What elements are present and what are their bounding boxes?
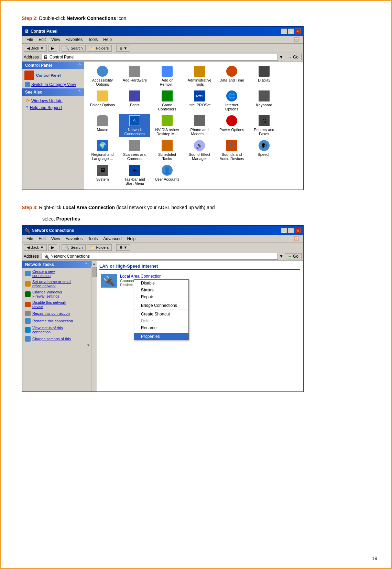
icon-mouse[interactable]: Mouse — [87, 114, 118, 137]
net-task-viewstatus[interactable]: View status of thisconnection — [22, 325, 91, 335]
net-scrollbar[interactable]: ▲ — [91, 261, 97, 391]
icon-display[interactable]: Display — [249, 64, 280, 88]
switch-category-link[interactable]: Switch to Category View — [22, 82, 84, 88]
ctx-disable[interactable]: Disable — [134, 280, 188, 287]
menu-view[interactable]: View — [48, 36, 63, 43]
icon-printers[interactable]: 🖨 Printers andFaxes — [249, 114, 280, 137]
windows-update-label: Windows Update — [31, 98, 63, 103]
address-label: Address — [24, 55, 39, 60]
maximize-button[interactable]: □ — [288, 29, 294, 34]
ctx-properties[interactable]: Properties — [134, 333, 188, 340]
net-menu-help[interactable]: Help — [124, 236, 139, 242]
ctx-rename[interactable]: Rename — [134, 324, 188, 331]
ctx-shortcut[interactable]: Create Shortcut — [134, 311, 188, 318]
search-button[interactable]: 🔍 Search — [62, 45, 86, 52]
net-menu-advanced[interactable]: Advanced — [100, 236, 124, 242]
intel-label: Intel PROSet — [188, 103, 210, 107]
menu-edit[interactable]: Edit — [36, 36, 48, 43]
icon-datetime[interactable]: Date and Time — [216, 64, 247, 88]
addhardware-label: Add Hardware — [123, 78, 147, 82]
icon-keyboard[interactable]: Keyboard — [249, 89, 280, 112]
icon-sounds[interactable]: 🎵 Sounds andAudio Devices — [216, 139, 247, 162]
net-folders-button[interactable]: 📁 Folders — [87, 244, 112, 251]
menu-favorites[interactable]: Favorites — [63, 36, 85, 43]
net-back-button[interactable]: ◀ Back ▼ — [24, 244, 47, 251]
minimize-button[interactable]: _ — [281, 29, 287, 34]
forward-button[interactable]: ▶ — [48, 45, 57, 52]
icon-taskbar[interactable]: ⊞ Taskbar andStart Menu — [119, 163, 150, 187]
icon-phone[interactable]: Phone andModem ... — [184, 114, 215, 137]
icon-addremove[interactable]: Add orRemov... — [152, 64, 183, 88]
net-menu-file[interactable]: File — [24, 236, 36, 242]
close-button[interactable]: ✕ — [295, 29, 301, 34]
net-menu-view[interactable]: View — [48, 236, 63, 242]
netconn-minimize-button[interactable]: _ — [281, 228, 287, 233]
step2-bold: Network Connections — [67, 15, 116, 21]
netconn-maximize-button[interactable]: □ — [288, 228, 294, 233]
cp-address-field[interactable]: 🖥 Control Panel — [42, 54, 278, 61]
icon-user[interactable]: 👤 User Accounts — [152, 163, 183, 187]
net-task-changesettings[interactable]: Change settings of this — [22, 335, 91, 343]
sidebar-cp-icon-area: Control Panel — [22, 69, 84, 82]
nvidia-label: NVIDIA nViewDesktop M... — [155, 128, 179, 136]
icon-addhardware[interactable]: Add Hardware — [119, 64, 150, 88]
step3-text3: select — [42, 216, 56, 222]
changesettings-icon — [25, 336, 31, 342]
net-address-field[interactable]: 🔌 Network Connections — [42, 253, 278, 260]
icon-speech[interactable]: 🗣 Speech — [249, 139, 280, 162]
scroll-thumb[interactable] — [92, 267, 97, 277]
views-button[interactable]: ⊞ ▼ — [116, 45, 130, 52]
icon-soundeffect[interactable]: 🔊 Sound EffectManager — [184, 139, 215, 162]
net-forward-button[interactable]: ▶ — [48, 244, 57, 251]
go-arrow: → — [288, 55, 292, 60]
icon-internet[interactable]: 🌐 InternetOptions — [216, 89, 247, 112]
icon-nvidia[interactable]: NVIDIA nViewDesktop M... — [152, 114, 183, 137]
scroll-up[interactable]: ▲ — [91, 261, 97, 266]
icon-system[interactable]: 🖥 System — [87, 163, 118, 187]
icon-scanners[interactable]: Scanners andCameras — [119, 139, 150, 162]
netconn-close-button[interactable]: ✕ — [295, 228, 301, 233]
conn-name: Local Area Connection — [120, 274, 175, 279]
net-menu-edit[interactable]: Edit — [36, 236, 48, 242]
icon-folderopt[interactable]: Folder Options — [87, 89, 118, 112]
scroll-down-arrow[interactable]: ▼ — [87, 343, 90, 347]
netconn-main: Network Tasks ⌃ Create a newconnection S… — [22, 261, 303, 391]
menu-help[interactable]: Help — [100, 36, 115, 43]
net-task-disable[interactable]: Disable this networkdevice — [22, 299, 91, 310]
icon-intel[interactable]: INTEL Intel PROSet — [184, 89, 215, 112]
icon-power[interactable]: Power Options — [216, 114, 247, 137]
folders-button[interactable]: 📁 Folders — [87, 45, 112, 52]
sidebar-section-seealso: See Also ⌃ ⟳ Windows Update ? Help and S… — [22, 88, 84, 112]
icon-fonts[interactable]: Fonts — [119, 89, 150, 112]
net-search-button[interactable]: 🔍 Search — [62, 244, 86, 251]
net-go-button[interactable]: → Go — [285, 253, 302, 259]
ctx-bridge[interactable]: Bridge Connections — [134, 302, 188, 309]
icon-regional[interactable]: 🌍 Regional andLanguage ... — [87, 139, 118, 162]
net-views-button[interactable]: ⊞ ▼ — [116, 244, 130, 251]
menu-file[interactable]: File — [24, 36, 36, 43]
ctx-status[interactable]: Status — [134, 287, 188, 293]
menu-tools[interactable]: Tools — [85, 36, 100, 43]
icon-accessibility[interactable]: AccessibilityOptions — [87, 64, 118, 88]
windows-update-link[interactable]: ⟳ Windows Update — [24, 97, 82, 104]
step3-label: Step 3: — [22, 205, 38, 210]
net-task-repair[interactable]: Repair this connection — [22, 310, 91, 317]
net-task-create[interactable]: Create a newconnection — [22, 268, 91, 279]
ctx-repair[interactable]: Repair — [134, 293, 188, 300]
icon-admintools[interactable]: AdministrativeTools — [184, 64, 215, 88]
titlebar-left: 🖥 Control Panel — [24, 29, 57, 34]
net-task-firewall[interactable]: Change WindowsFirewall settings — [22, 289, 91, 299]
net-menu-favorites[interactable]: Favorites — [63, 236, 85, 242]
ctx-sep1 — [134, 301, 188, 301]
help-support-link[interactable]: ? Help and Support — [24, 104, 82, 111]
taskbar-label: Taskbar andStart Menu — [124, 177, 145, 185]
net-task-setup[interactable]: Set up a home or smalloffice network — [22, 279, 91, 289]
go-button[interactable]: → Go — [285, 54, 302, 60]
scanners-icon-img — [129, 140, 140, 151]
icon-game[interactable]: GameControllers — [152, 89, 183, 112]
back-button[interactable]: ◀ Back ▼ — [24, 45, 47, 52]
net-menu-tools[interactable]: Tools — [85, 236, 100, 242]
icon-network[interactable]: 🔌 NetworkConnections — [119, 114, 150, 137]
net-task-rename[interactable]: Rename this connection — [22, 317, 91, 325]
icon-scheduled[interactable]: ScheduledTasks — [152, 139, 183, 162]
